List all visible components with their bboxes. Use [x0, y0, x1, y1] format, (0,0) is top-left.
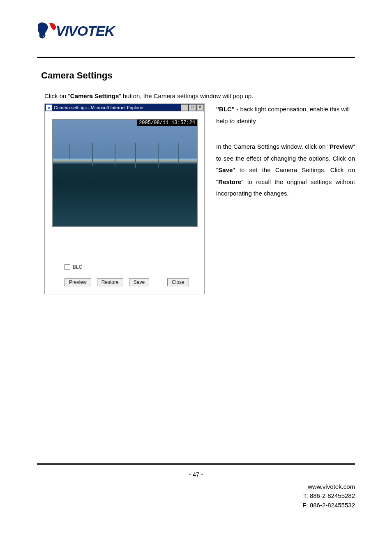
intro-suffix: " button, the Camera settings window wil… [119, 92, 253, 99]
save-button[interactable]: Save [129, 278, 149, 286]
description-column: "BLC" - back light compensation, enable … [216, 104, 355, 214]
header-divider [37, 57, 355, 58]
footer-contact: www.vivotek.com T: 886-2-82455282 F: 886… [302, 482, 355, 510]
restore-button[interactable]: Restore [97, 278, 123, 286]
brand-name: VIVOTEK [56, 23, 114, 39]
usage-description: In the Camera Settings window, click on … [216, 141, 355, 200]
footer-url: www.vivotek.com [302, 482, 355, 492]
page-number: - 47 - [0, 471, 392, 478]
window-minimize-button[interactable]: _ [181, 104, 188, 111]
camera-preview-image: 2005/08/11 13:57:24 [52, 119, 198, 227]
page-heading: Camera Settings [41, 70, 355, 81]
camera-settings-window: e Camera settings - Microsoft Internet E… [44, 104, 205, 294]
timestamp-overlay: 2005/08/11 13:57:24 [137, 120, 197, 126]
ie-icon: e [46, 104, 52, 111]
blc-checkbox[interactable] [65, 264, 70, 270]
window-title: Camera settings - Microsoft Internet Exp… [54, 105, 181, 110]
close-button[interactable]: Close [167, 278, 189, 286]
intro-prefix: Click on " [44, 92, 70, 99]
window-maximize-button[interactable]: □ [189, 104, 196, 111]
blc-label: BLC [73, 264, 82, 270]
footer-divider [37, 463, 355, 465]
svg-point-1 [42, 35, 43, 36]
footer-tel: T: 886-2-82455282 [302, 491, 355, 501]
preview-button[interactable]: Preview [65, 278, 91, 286]
intro-strong: Camera Settings [70, 92, 119, 99]
logo-mark-icon [37, 21, 58, 41]
brand-logo: VIVOTEK [37, 21, 355, 41]
blc-checkbox-row[interactable]: BLC [65, 264, 197, 270]
blc-description: "BLC" - back light compensation, enable … [216, 104, 355, 127]
window-titlebar[interactable]: e Camera settings - Microsoft Internet E… [45, 104, 204, 111]
blc-term: "BLC" - [216, 106, 240, 113]
intro-text: Click on "Camera Settings" button, the C… [44, 92, 355, 99]
footer-fax: F: 886-2-82455532 [302, 501, 355, 510]
window-close-button[interactable]: × [196, 104, 204, 111]
